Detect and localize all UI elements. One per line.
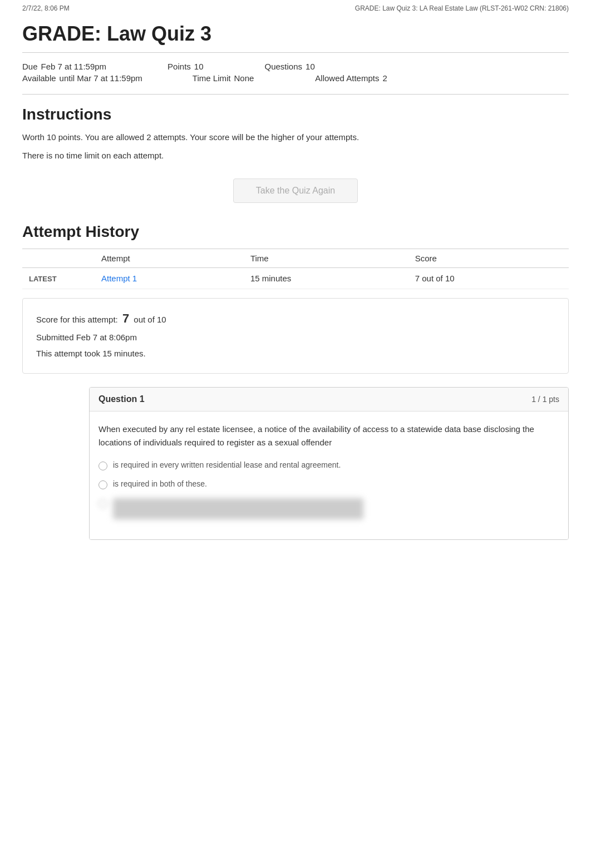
points-label: Points xyxy=(168,62,191,71)
score-row: Score for this attempt: 7 out of 10 xyxy=(36,309,555,328)
question-block: Question 1 1 / 1 pts When executed by an… xyxy=(89,387,569,540)
questions-value: 10 xyxy=(306,62,315,71)
attempt-history-title: Attempt History xyxy=(22,223,569,241)
answer-option[interactable] xyxy=(98,498,559,519)
title-divider xyxy=(22,52,569,53)
meta-row-1: Due Feb 7 at 11:59pm Points 10 Questions… xyxy=(22,62,569,71)
latest-tag: LATEST xyxy=(22,268,95,289)
instructions-text1: Worth 10 points. You are allowed 2 attem… xyxy=(22,131,569,144)
attempt-link-cell[interactable]: Attempt 1 xyxy=(95,268,244,289)
top-bar: 2/7/22, 8:06 PM GRADE: Law Quiz 3: LA Re… xyxy=(0,0,591,17)
col-attempt: Attempt xyxy=(95,249,244,268)
allowed-attempts-pair: Allowed Attempts 2 xyxy=(315,73,387,83)
answer-radio xyxy=(98,480,107,489)
answer-radio xyxy=(98,462,107,470)
time-limit-value: None xyxy=(234,73,254,83)
page-title: GRADE: Law Quiz 3 xyxy=(22,22,569,46)
meta-row-2: Available until Mar 7 at 11:59pm Time Li… xyxy=(22,73,569,83)
score-out-of: out of 10 xyxy=(134,315,166,324)
due-value: Feb 7 at 11:59pm xyxy=(41,62,107,71)
question-body: When executed by any rel estate licensee… xyxy=(90,411,568,539)
answer-text xyxy=(113,498,363,519)
due-label: Due xyxy=(22,62,38,71)
answer-option[interactable]: is required in every written residential… xyxy=(98,460,559,470)
question-title: Question 1 xyxy=(98,394,145,404)
question-header: Question 1 1 / 1 pts xyxy=(90,388,568,411)
available-value: until Mar 7 at 11:59pm xyxy=(60,73,142,83)
score-number: 7 xyxy=(122,311,129,325)
allowed-attempts-value: 2 xyxy=(382,73,387,83)
answer-radio xyxy=(98,499,107,508)
datetime: 2/7/22, 8:06 PM xyxy=(22,4,70,12)
due-pair: Due Feb 7 at 11:59pm xyxy=(22,62,106,71)
questions-container: Question 1 1 / 1 pts When executed by an… xyxy=(22,387,569,540)
meta-divider xyxy=(22,94,569,95)
points-value: 10 xyxy=(194,62,204,71)
course-info: GRADE: Law Quiz 3: LA Real Estate Law (R… xyxy=(355,4,569,12)
table-row: LATEST Attempt 1 15 minutes 7 out of 10 xyxy=(22,268,569,289)
attempt-table: Attempt Time Score LATEST Attempt 1 15 m… xyxy=(22,249,569,289)
col-empty xyxy=(22,249,95,268)
points-pair: Points 10 xyxy=(168,62,203,71)
score-label: Score for this attempt: xyxy=(36,315,118,324)
meta-section: Due Feb 7 at 11:59pm Points 10 Questions… xyxy=(22,62,569,83)
submitted-row: Submitted Feb 7 at 8:06pm xyxy=(36,331,555,344)
instructions-title: Instructions xyxy=(22,106,569,123)
answer-text: is required in both of these. xyxy=(113,479,207,488)
attempt-summary-box: Score for this attempt: 7 out of 10 Subm… xyxy=(22,298,569,374)
main-content: GRADE: Law Quiz 3 Due Feb 7 at 11:59pm P… xyxy=(0,17,591,573)
question-text: When executed by any rel estate licensee… xyxy=(98,423,559,449)
available-label: Available xyxy=(22,73,56,83)
col-time: Time xyxy=(244,249,408,268)
questions-pair: Questions 10 xyxy=(265,62,315,71)
answer-text: is required in every written residential… xyxy=(113,460,341,469)
questions-label: Questions xyxy=(265,62,303,71)
attempt-score: 7 out of 10 xyxy=(408,268,569,289)
attempt-table-header-row: Attempt Time Score xyxy=(22,249,569,268)
duration-row: This attempt took 15 minutes. xyxy=(36,347,555,360)
question-pts: 1 / 1 pts xyxy=(531,395,559,404)
quiz-btn-wrapper: Take the Quiz Again xyxy=(22,178,569,203)
allowed-attempts-label: Allowed Attempts xyxy=(315,73,379,83)
time-limit-label: Time Limit xyxy=(193,73,231,83)
attempt-time: 15 minutes xyxy=(244,268,408,289)
time-limit-pair: Time Limit None xyxy=(193,73,254,83)
instructions-text2: There is no time limit on each attempt. xyxy=(22,150,569,162)
available-pair: Available until Mar 7 at 11:59pm xyxy=(22,73,142,83)
attempt-link: Attempt 1 xyxy=(101,274,137,283)
take-quiz-button[interactable]: Take the Quiz Again xyxy=(233,178,358,203)
answer-option[interactable]: is required in both of these. xyxy=(98,479,559,489)
col-score: Score xyxy=(408,249,569,268)
